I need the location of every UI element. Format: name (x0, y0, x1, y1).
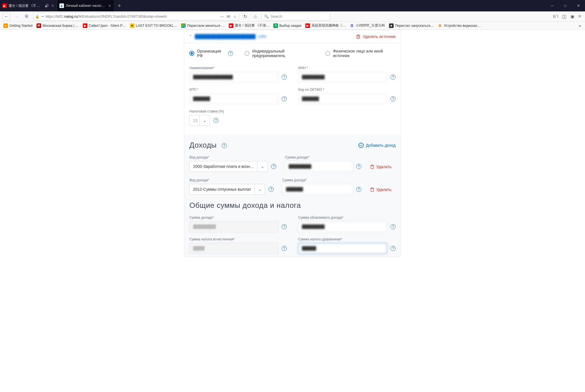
tab-title: 蕭全 / 孫語賽 《不僅僅是喜… (9, 3, 43, 8)
more-icon[interactable]: ⋯ (220, 14, 224, 19)
browser-tab[interactable]: ▶ 蕭全 / 孫語賽 《不僅僅是喜… 🔊 × (0, 0, 57, 11)
help-icon[interactable]: ? (390, 75, 396, 80)
lock-icon: 🔒 (35, 15, 39, 19)
youtube-icon: ▶ (305, 23, 310, 28)
delete-income-button[interactable]: Удалить (370, 187, 396, 195)
bookmark-item[interactable]: 霝小鸡哔哔_百度百科 (348, 23, 386, 29)
reload-button[interactable]: ↻ (241, 13, 249, 21)
inn-input[interactable] (298, 72, 387, 83)
income-amount-input[interactable] (285, 161, 353, 172)
radio-ip[interactable]: Индивидуальный предприниматель (245, 49, 314, 58)
tax-rate-select[interactable]: 13 ⌄ (189, 115, 210, 126)
add-income-button[interactable]: + Добавить доход (358, 143, 396, 148)
field-total-income: Сумма дохода* ? (189, 216, 287, 232)
help-icon[interactable]: ? (390, 224, 396, 229)
window-titlebar: ▶ 蕭全 / 孫語賽 《不僅僅是喜… 🔊 × ◐ Личный кабинет … (0, 0, 585, 11)
help-icon[interactable]: ? (271, 164, 276, 169)
taxable-income-input[interactable] (298, 221, 387, 232)
maximize-button[interactable]: □ (559, 0, 572, 11)
reader-icon[interactable]: ✉ (227, 14, 230, 19)
window-controls: — □ ✕ (546, 0, 585, 11)
panel-header: ˄ ████████████████████13% Удалить источн… (184, 30, 401, 43)
bookmark-item[interactable]: Перестали меняться … (180, 23, 226, 29)
radio-icon (189, 51, 194, 56)
browser-tab-active[interactable]: ◐ Личный кабинет налогоплате… × (57, 0, 114, 11)
tab-title: Личный кабинет налогоплате… (66, 4, 106, 8)
bookmark-item[interactable]: ЭВыбор скидки (272, 23, 302, 29)
field-name: Наименование* ? (189, 66, 287, 83)
close-icon[interactable]: × (108, 4, 112, 8)
help-icon[interactable]: ? (356, 187, 361, 192)
search-box[interactable]: 🔍 Search (262, 13, 330, 21)
incomes-section: Доходы ? + Добавить доход Вид дохода* 20… (184, 134, 401, 257)
chevron-up-icon[interactable]: ˄ (189, 34, 191, 39)
fns-icon: ◐ (59, 3, 64, 8)
sidebar-icon[interactable]: ◫ (562, 14, 566, 19)
help-icon[interactable]: ? (390, 96, 396, 101)
bookmark-item[interactable]: ★LAST EXIT TO BROOKL… (129, 23, 179, 29)
tax-withheld-input[interactable] (298, 243, 387, 254)
radio-org[interactable]: Организация РФ ? (189, 49, 233, 58)
kpp-input[interactable] (189, 93, 278, 104)
help-icon[interactable]: ? (269, 187, 274, 192)
chevron-down-icon: ⌄ (199, 115, 210, 126)
income-amount-input[interactable] (282, 184, 353, 195)
help-icon[interactable]: ? (390, 246, 396, 251)
menu-icon[interactable]: ≡ (578, 14, 581, 19)
field-taxable-income: Сумма облагаемого дохода* ? (298, 216, 396, 232)
help-icon[interactable]: ? (356, 164, 361, 169)
bookmark-item[interactable]: ■Перестал запускаться… (388, 23, 435, 29)
youtube-icon: ▶ (2, 3, 7, 8)
home-button[interactable]: ⌂ (251, 13, 259, 21)
bookmark-item[interactable]: ▶Called Upon - Silent P… (82, 23, 127, 29)
total-income-input (189, 221, 278, 232)
help-icon[interactable]: ? (228, 51, 233, 56)
bookmark-item[interactable]: MМосковская Биржа | … (35, 23, 80, 29)
minimize-button[interactable]: — (546, 0, 559, 11)
library-icon[interactable]: ⫼\ (552, 14, 558, 19)
help-icon[interactable]: ? (282, 246, 287, 251)
account-icon[interactable]: ◉ (570, 14, 574, 19)
ms-icon (181, 23, 186, 28)
bookmark-item[interactable]: ▶蕭全 / 孫語賽 《不僅… (228, 23, 271, 29)
youtube-icon: ▶ (83, 23, 87, 28)
delete-income-button[interactable]: Удалить (370, 164, 396, 172)
field-tax-calculated: Сумма налога исчисленная* ? (189, 237, 287, 254)
source-type-radios: Организация РФ ? Индивидуальный предприн… (189, 49, 396, 58)
bookmarks-overflow[interactable]: » (577, 23, 583, 28)
totals-title: Общие суммы дохода и налога (189, 201, 396, 210)
new-tab-button[interactable]: + (114, 3, 125, 9)
income-type-select[interactable]: 2000-Заработная плата и возн… ⌄ (189, 161, 268, 172)
moex-icon: M (37, 23, 41, 28)
bookmark-star-icon[interactable]: ☆ (233, 14, 237, 19)
income-type-select[interactable]: 2012-Суммы отпускных выплат ⌄ (189, 184, 265, 195)
help-icon[interactable]: ? (282, 224, 287, 229)
help-icon[interactable]: ? (213, 118, 219, 123)
close-icon[interactable]: × (51, 4, 55, 8)
bookmark-item[interactable]: 🔥Устройство видеозах… (436, 23, 482, 29)
search-icon: 🔍 (264, 14, 269, 19)
bookmark-item[interactable]: ▶馮提莫唱洗腦神曲《… (304, 23, 347, 29)
audio-icon[interactable]: 🔊 (45, 4, 49, 8)
shield-icon[interactable]: ⛨ (23, 13, 31, 21)
star-icon: ★ (130, 23, 135, 28)
oktmo-input[interactable] (298, 93, 387, 104)
field-inn: ИНН * ? (298, 66, 396, 83)
bookmark-item[interactable]: ●Getting Started (2, 23, 34, 29)
page-viewport[interactable]: ˄ ████████████████████13% Удалить источн… (0, 30, 585, 392)
name-input[interactable] (189, 72, 278, 83)
delete-source-button[interactable]: Удалить источник (356, 34, 396, 39)
url-bar[interactable]: 🔒 ⊸ https://lkfl2.nalog.ru/lkfl/situatio… (33, 13, 239, 21)
baidu-icon: 霝 (350, 23, 354, 28)
search-placeholder: Search (271, 14, 282, 19)
help-icon[interactable]: ? (282, 75, 287, 80)
radio-other[interactable]: Физическое лицо или иной источник (325, 49, 396, 58)
field-tax-rate: Налоговая ставка (%) 13 ⌄ ? (189, 109, 224, 126)
help-icon[interactable]: ? (222, 143, 227, 148)
back-button[interactable]: ← (2, 13, 10, 21)
radio-icon (325, 51, 330, 56)
help-icon[interactable]: ? (282, 96, 287, 101)
field-kpp: КПП * ? (189, 88, 287, 104)
close-window-button[interactable]: ✕ (572, 0, 585, 11)
forward-button[interactable]: → (13, 13, 21, 21)
